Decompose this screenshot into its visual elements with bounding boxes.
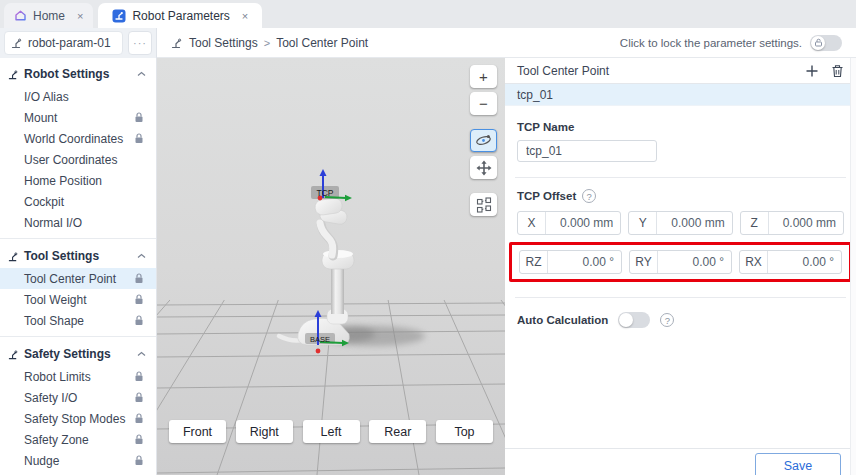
sidebar-item-io-alias[interactable]: I/O Alias	[0, 86, 156, 107]
view-rear-button[interactable]: Rear	[369, 420, 426, 443]
chevron-up-icon	[137, 253, 146, 259]
item-label: World Coordinates	[24, 132, 123, 146]
section-robot-settings: Robot Settings I/O Alias Mount World Coo…	[0, 62, 156, 233]
sidebar-item-tool-weight[interactable]: Tool Weight	[0, 289, 156, 310]
breadcrumb-parent[interactable]: Tool Settings	[189, 36, 258, 50]
frame-compare-button[interactable]	[470, 193, 497, 216]
auto-calculation-row: Auto Calculation ?	[517, 312, 844, 328]
robot-parameters-icon	[112, 9, 126, 23]
lock-icon	[134, 315, 144, 326]
lock-icon	[134, 371, 144, 382]
base-frame-label: BASE	[310, 335, 330, 344]
settings-nav: Robot Settings I/O Alias Mount World Coo…	[0, 58, 157, 475]
robot-arm-icon	[8, 69, 19, 80]
sidebar-item-tool-shape[interactable]: Tool Shape	[0, 310, 156, 331]
sidebar-item-home-position[interactable]: Home Position	[0, 170, 156, 191]
robot-arm-icon	[171, 37, 183, 49]
offset-field-z: Z	[740, 211, 844, 235]
item-label: Normal I/O	[24, 216, 82, 230]
offset-field-rx: RX	[739, 250, 842, 274]
offset-rotary-row: RZ RY RX	[519, 250, 842, 274]
chevron-up-icon	[137, 351, 146, 357]
section-tool-settings: Tool Settings Tool Center Point Tool Wei…	[0, 238, 156, 331]
tab-home[interactable]: Home ×	[4, 3, 93, 28]
auto-calculation-label: Auto Calculation	[517, 314, 608, 326]
offset-field-x: X	[517, 211, 621, 235]
auto-calculation-help-icon[interactable]: ?	[660, 313, 674, 327]
item-label: Tool Weight	[24, 293, 86, 307]
offset-z-input[interactable]	[769, 212, 843, 234]
view-top-button[interactable]: Top	[436, 420, 493, 443]
offset-field-rz: RZ	[519, 250, 622, 274]
sidebar-item-safety-stop-modes[interactable]: Safety Stop Modes	[0, 408, 156, 429]
view-right-button[interactable]: Right	[236, 420, 293, 443]
tcp-offset-help-icon[interactable]: ?	[582, 189, 596, 203]
tab-robot-parameters-close-icon[interactable]: ×	[242, 10, 248, 22]
view-front-button[interactable]: Front	[169, 420, 226, 443]
item-label: Tool Center Point	[24, 272, 116, 286]
pan-button[interactable]	[470, 156, 497, 179]
section-label: Tool Settings	[24, 249, 99, 263]
parameter-set-selector[interactable]: robot-param-01	[4, 31, 123, 55]
section-safety-settings: Safety Settings Robot Limits Safety I/O …	[0, 336, 156, 471]
offset-rx-input[interactable]	[768, 251, 841, 273]
parameter-lock-toggle[interactable]	[810, 35, 842, 51]
axis-label-y: Y	[629, 212, 657, 234]
view-left-button[interactable]: Left	[303, 420, 360, 443]
section-label: Robot Settings	[24, 67, 109, 81]
sidebar-item-nudge[interactable]: Nudge	[0, 450, 156, 471]
sidebar-item-mount[interactable]: Mount	[0, 107, 156, 128]
view-preset-buttons: Front Right Left Rear Top	[157, 420, 505, 443]
sidebar-item-tool-center-point[interactable]: Tool Center Point	[0, 268, 156, 289]
add-tcp-button[interactable]	[805, 64, 819, 78]
section-header-tool-settings[interactable]: Tool Settings	[0, 244, 156, 268]
tab-robot-parameters[interactable]: Robot Parameters ×	[98, 3, 262, 28]
sidebar-item-robot-limits[interactable]: Robot Limits	[0, 366, 156, 387]
item-label: User Coordinates	[24, 153, 117, 167]
save-button[interactable]: Save	[755, 453, 841, 475]
panel-scrollbar[interactable]	[850, 58, 856, 475]
tab-home-label: Home	[33, 9, 65, 23]
panel-title: Tool Center Point	[517, 64, 609, 78]
tcp-list-item-selected[interactable]: tcp_01	[505, 84, 856, 106]
offset-x-input[interactable]	[546, 212, 620, 234]
viewport-controls: + −	[470, 65, 497, 220]
zoom-out-button[interactable]: −	[470, 92, 497, 115]
offset-rz-input[interactable]	[548, 251, 621, 273]
lock-icon	[134, 434, 144, 445]
item-label: Robot Limits	[24, 370, 91, 384]
robot-3d-viewport[interactable]: TCP BASE + −	[157, 58, 505, 475]
sidebar-item-user-coordinates[interactable]: User Coordinates	[0, 149, 156, 170]
section-header-robot-settings[interactable]: Robot Settings	[0, 62, 156, 86]
delete-tcp-button[interactable]	[831, 64, 844, 78]
unlock-icon	[811, 36, 825, 50]
tcp-name-label: TCP Name	[517, 121, 844, 133]
trash-icon	[831, 64, 844, 78]
tcp-name-input[interactable]	[517, 140, 657, 162]
robot-arm-icon	[11, 37, 23, 49]
tab-bar: Home × Robot Parameters ×	[0, 0, 856, 28]
panel-footer: Save	[505, 448, 856, 475]
breadcrumb: Tool Settings > Tool Center Point Click …	[157, 28, 856, 58]
tcp-frame-label: TCP	[317, 188, 334, 198]
section-header-safety-settings[interactable]: Safety Settings	[0, 342, 156, 366]
tcp-offset-label: TCP Offset	[517, 190, 576, 202]
sidebar-item-safety-io[interactable]: Safety I/O	[0, 387, 156, 408]
item-label: Safety Zone	[24, 433, 89, 447]
zoom-in-button[interactable]: +	[470, 65, 497, 88]
sidebar-item-normal-io[interactable]: Normal I/O	[0, 212, 156, 233]
orbit-rotate-button[interactable]	[470, 129, 497, 152]
sidebar-item-world-coordinates[interactable]: World Coordinates	[0, 128, 156, 149]
item-label: Home Position	[24, 174, 102, 188]
item-label: Safety Stop Modes	[24, 412, 125, 426]
tab-home-close-icon[interactable]: ×	[77, 10, 83, 22]
parameter-lock-hint: Click to lock the parameter settings.	[620, 37, 802, 49]
offset-ry-input[interactable]	[658, 251, 731, 273]
sidebar-item-cockpit[interactable]: Cockpit	[0, 191, 156, 212]
more-options-button[interactable]: ···	[128, 31, 152, 55]
lock-icon	[134, 294, 144, 305]
lock-icon	[134, 273, 144, 284]
offset-y-input[interactable]	[657, 212, 731, 234]
sidebar-item-safety-zone[interactable]: Safety Zone	[0, 429, 156, 450]
auto-calculation-toggle[interactable]	[618, 312, 650, 328]
